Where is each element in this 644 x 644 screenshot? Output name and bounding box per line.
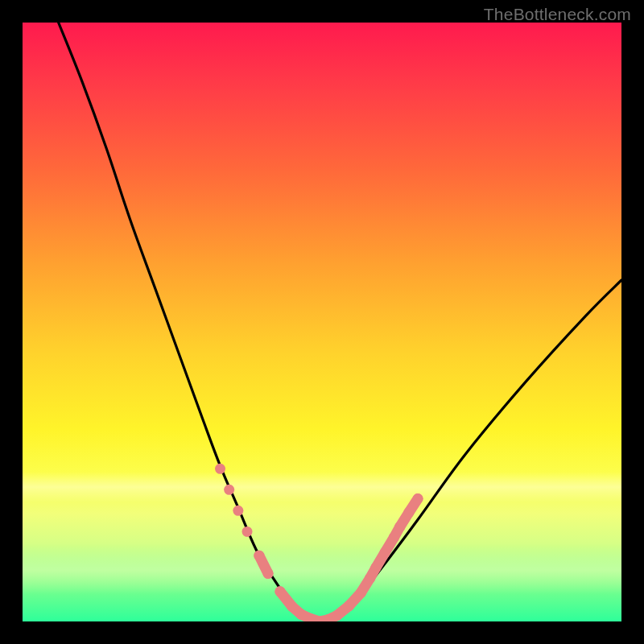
chart-frame: TheBottleneck.com — [0, 0, 644, 644]
marker-dot — [287, 601, 297, 612]
marker-dot — [215, 464, 225, 474]
watermark-text: TheBottleneck.com — [484, 5, 631, 24]
marker-dot — [356, 588, 366, 598]
marker-dot — [224, 485, 234, 495]
marker-dot — [254, 551, 264, 561]
marker-dot — [403, 507, 414, 518]
marker-dot — [263, 568, 274, 579]
marker-dot — [233, 506, 243, 516]
marker-dot — [370, 563, 381, 573]
marker-dot — [394, 522, 405, 532]
marker-dot — [389, 532, 399, 543]
plot-area — [23, 23, 621, 621]
chart-svg — [23, 23, 621, 621]
marker-dot — [295, 609, 306, 620]
marker-dot — [413, 493, 423, 504]
marker-dot — [344, 601, 354, 611]
marker-dot — [332, 610, 342, 621]
marker-dot — [242, 526, 253, 537]
marker-dot — [275, 586, 285, 597]
bottleneck-curve — [59, 23, 621, 621]
marker-dot — [365, 573, 375, 584]
marker-dot — [380, 547, 390, 558]
